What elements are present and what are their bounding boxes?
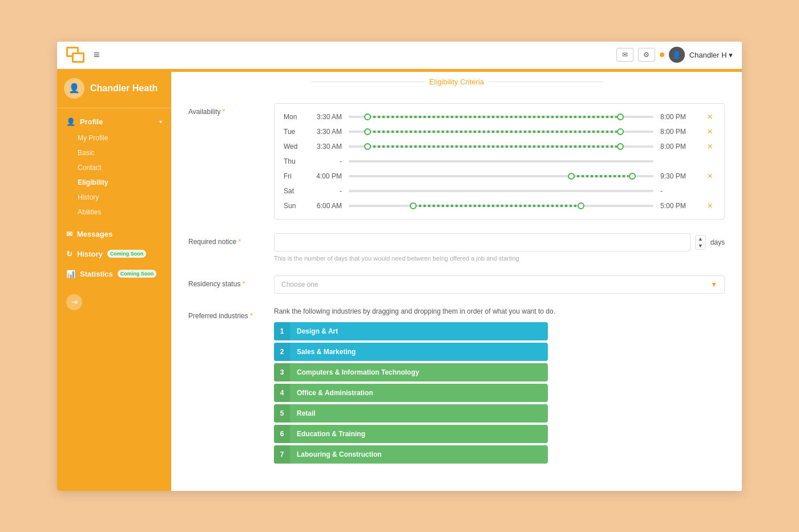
avail-day-wed: Wed [284, 143, 301, 151]
avail-remove-fri[interactable]: ✕ [707, 172, 715, 180]
industry-name-6: Education & Training [290, 425, 548, 443]
avail-end-sat: - [660, 187, 700, 195]
residency-content: Choose one ▼ [274, 275, 725, 294]
avail-slider-wed[interactable] [349, 145, 653, 148]
avail-day-sat: Sat [284, 187, 301, 195]
industry-name-3: Computers & Information Technology [290, 363, 548, 381]
avail-day-tue: Tue [284, 128, 301, 136]
industry-rank-3: 3 [274, 363, 290, 381]
avail-start-sat: - [308, 187, 342, 195]
residency-required: * [243, 280, 245, 288]
sidebar-messages[interactable]: ✉ Messages [57, 224, 171, 244]
industry-rank-2: 2 [274, 343, 290, 361]
avail-day-mon: Mon [284, 113, 301, 121]
industries-hint: Rank the following industries by draggin… [274, 307, 725, 315]
required-notice-required: * [238, 238, 241, 246]
avail-row-sun: Sun 6:00 AM 5:00 PM ✕ [284, 198, 715, 213]
avail-slider-thu[interactable] [349, 160, 653, 163]
availability-content: Mon 3:30 AM 8:00 PM ✕ [274, 103, 725, 220]
sidebar-item-eligibility[interactable]: Eligibility [57, 175, 171, 190]
avail-remove-wed[interactable]: ✕ [707, 143, 715, 151]
nav-left: ≡ [66, 47, 100, 63]
sidebar-item-history[interactable]: History [57, 190, 171, 205]
avail-remove-sun[interactable]: ✕ [707, 202, 715, 210]
industry-name-2: Sales & Marketing [290, 343, 548, 361]
availability-required: * [223, 108, 225, 116]
industry-name-5: Retail [290, 404, 548, 423]
required-notice-label: Required notice * [188, 233, 263, 262]
eligibility-tab-label: Eligibility Criteria [429, 78, 484, 86]
app-window: ≡ ✉ ⚙ 👤 Chandler H ▾ 👤 Chandler Heath 👤 … [57, 42, 742, 491]
residency-select[interactable]: Choose one ▼ [274, 275, 725, 294]
sidebar-history[interactable]: ↻ History Coming Soon [57, 244, 171, 264]
industry-item-5[interactable]: 5 Retail [274, 404, 548, 423]
avail-row-wed: Wed 3:30 AM 8:00 PM ✕ [284, 139, 715, 154]
industry-item-4[interactable]: 4 Office & Administration [274, 384, 548, 402]
nav-username[interactable]: Chandler H ▾ [689, 51, 733, 59]
nav-right: ✉ ⚙ 👤 Chandler H ▾ [616, 47, 733, 63]
messages-icon: ✉ [66, 230, 72, 238]
avail-day-fri: Fri [284, 172, 301, 180]
notice-input-row: ▲ ▼ days [274, 233, 725, 251]
avail-end-sun: 5:00 PM [660, 202, 700, 210]
sidebar-profile-header[interactable]: 👤 Profile ▾ [57, 113, 171, 131]
industry-rank-1: 1 [274, 322, 290, 340]
avail-slider-sat[interactable] [349, 190, 653, 192]
sidebar-item-basic[interactable]: Basic [57, 145, 171, 160]
profile-icon: 👤 [66, 117, 75, 126]
industry-name-7: Labouring & Construction [290, 445, 548, 464]
statistics-badge: Coming Soon [118, 270, 157, 278]
industry-item-7[interactable]: 7 Labouring & Construction [274, 445, 548, 464]
hamburger-button[interactable]: ≡ [94, 49, 100, 61]
sidebar-statistics[interactable]: 📊 Statistics Coming Soon [57, 264, 171, 284]
settings-nav-button[interactable]: ⚙ [638, 48, 655, 62]
history-badge: Coming Soon [107, 250, 147, 258]
avail-day-thu: Thu [284, 157, 301, 165]
content-area: Eligibility Criteria Availability * Mon … [171, 69, 742, 491]
sidebar-logout: ⇥ [57, 289, 171, 316]
sidebar-item-contact[interactable]: Contact [57, 160, 171, 175]
industry-item-6[interactable]: 6 Education & Training [274, 425, 548, 443]
avail-row-tue: Tue 3:30 AM 8:00 PM ✕ [284, 124, 715, 139]
industry-item-2[interactable]: 2 Sales & Marketing [274, 343, 548, 361]
sidebar-avatar: 👤 [64, 78, 84, 99]
notice-spinner: ▲ ▼ [695, 235, 706, 250]
avail-start-fri: 4:00 PM [308, 172, 342, 180]
status-dot [660, 52, 664, 57]
avail-start-wed: 3:30 AM [308, 143, 342, 151]
logout-button[interactable]: ⇥ [66, 294, 82, 310]
industry-item-3[interactable]: 3 Computers & Information Technology [274, 363, 548, 381]
industry-item-1[interactable]: 1 Design & Art [274, 322, 548, 340]
messages-nav-button[interactable]: ✉ [616, 48, 633, 62]
notice-input[interactable] [274, 233, 691, 251]
required-notice-section: Required notice * ▲ ▼ days This is the n… [188, 233, 725, 262]
availability-section: Availability * Mon 3:30 AM [188, 103, 725, 220]
avail-remove-mon[interactable]: ✕ [707, 113, 715, 121]
sidebar-item-my-profile[interactable]: My Profile [57, 131, 171, 145]
top-nav: ≡ ✉ ⚙ 👤 Chandler H ▾ [57, 42, 742, 69]
avail-slider-mon[interactable] [349, 116, 653, 118]
sidebar-username: Chandler Heath [90, 83, 158, 94]
industry-name-4: Office & Administration [290, 384, 548, 402]
avail-slider-sun[interactable] [349, 205, 653, 207]
availability-label: Availability * [188, 103, 263, 220]
sidebar-item-abilities[interactable]: Abilities [57, 205, 171, 220]
avail-remove-tue[interactable]: ✕ [707, 128, 715, 136]
sidebar-profile-section: 👤 Profile ▾ My Profile Basic Contact Eli… [57, 108, 171, 224]
profile-text: Profile [80, 117, 103, 126]
avail-end-tue: 8:00 PM [660, 128, 700, 136]
spinner-up[interactable]: ▲ [696, 235, 705, 242]
industry-rank-7: 7 [274, 445, 290, 464]
avail-start-tue: 3:30 AM [308, 128, 342, 136]
avail-end-mon: 8:00 PM [660, 113, 700, 121]
spinner-down[interactable]: ▼ [696, 242, 705, 249]
logo-icon [66, 47, 84, 63]
main-layout: 👤 Chandler Heath 👤 Profile ▾ My Profile … [57, 69, 742, 491]
availability-table: Mon 3:30 AM 8:00 PM ✕ [274, 103, 725, 220]
avail-slider-fri[interactable] [349, 175, 653, 177]
history-icon: ↻ [66, 250, 72, 258]
avail-slider-tue[interactable] [349, 131, 653, 133]
residency-arrow-icon: ▼ [711, 281, 717, 289]
industries-required: * [250, 312, 253, 320]
history-label: History [77, 250, 103, 258]
